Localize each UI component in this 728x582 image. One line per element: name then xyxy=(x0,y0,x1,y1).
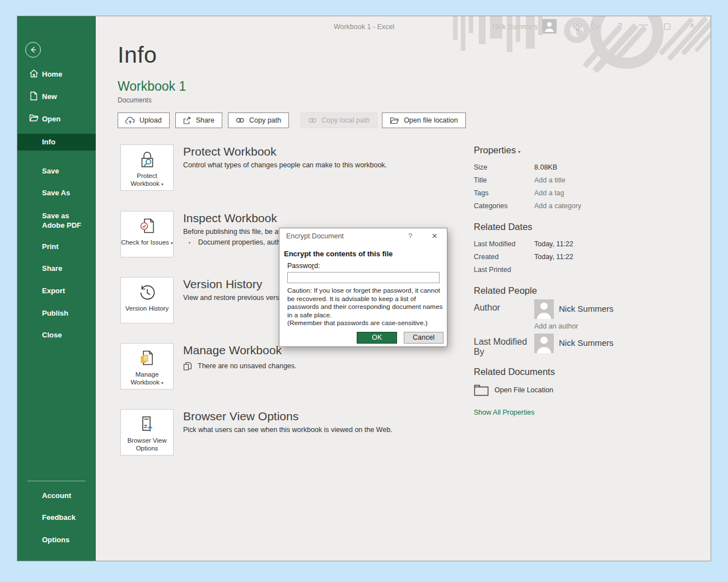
sidebar-item-feedback[interactable]: Feedback xyxy=(17,513,96,522)
password-label: Password: xyxy=(287,262,320,270)
document-title: Workbook 1 xyxy=(118,79,186,94)
chevron-down-icon: ▾ xyxy=(171,241,173,246)
open-file-location-link[interactable]: Open File Location xyxy=(474,384,659,396)
section-description: Pick what users can see when this workbo… xyxy=(183,426,497,434)
restore-icon[interactable] xyxy=(664,24,670,30)
show-all-properties-link[interactable]: Show All Properties xyxy=(474,409,659,416)
document-location: Documents xyxy=(118,96,152,104)
excel-backstage-window: Workbook 1 - Excel Nick Summers ? — × Ho… xyxy=(17,16,711,561)
check-issues-icon xyxy=(139,218,156,236)
sidebar-item-share[interactable]: Share xyxy=(17,264,96,273)
section-heading: Browser View Options xyxy=(183,409,497,423)
author-name[interactable]: Nick Summers xyxy=(559,299,614,319)
ok-button[interactable]: OK xyxy=(357,332,397,344)
backstage-sidebar: Home New Open Info Save Save As Save as … xyxy=(17,16,96,561)
add-author-field[interactable]: Add an author xyxy=(474,322,659,330)
document-copies-icon xyxy=(183,362,192,370)
share-button[interactable]: Share xyxy=(175,112,222,128)
section-browser-view-options: Browser View Options Browser View Option… xyxy=(120,409,174,456)
last-modified-by-avatar[interactable] xyxy=(534,334,554,353)
check-for-issues-button[interactable]: Check for Issues▾ xyxy=(120,211,174,257)
browser-view-options-button[interactable]: Browser View Options xyxy=(120,409,174,456)
date-row: Last Printed xyxy=(474,263,659,276)
last-modified-by-name[interactable]: Nick Summers xyxy=(559,334,614,357)
related-documents-header: Related Documents xyxy=(474,367,659,377)
section-heading: Inspect Workbook xyxy=(183,211,497,225)
open-folder-icon xyxy=(29,114,39,124)
upload-button[interactable]: Upload xyxy=(118,112,170,128)
open-file-location-button[interactable]: Open file location xyxy=(382,112,466,128)
date-row: Last ModifiedToday, 11:22 xyxy=(474,237,659,250)
author-row: Author Nick Summers xyxy=(474,299,659,319)
sidebar-item-save-as[interactable]: Save As xyxy=(17,189,96,197)
window-title: Workbook 1 - Excel xyxy=(17,23,711,31)
related-people-header: Related People xyxy=(474,285,659,296)
property-row: CategoriesAdd a category xyxy=(474,199,659,212)
sidebar-item-account[interactable]: Account xyxy=(17,491,96,500)
gem-badge-icon xyxy=(573,24,582,33)
sidebar-item-export[interactable]: Export xyxy=(17,287,96,295)
minimize-icon[interactable]: — xyxy=(639,20,648,30)
add-category-field[interactable]: Add a category xyxy=(534,202,581,210)
size-value: 8.08KB xyxy=(534,163,557,171)
sidebar-item-publish[interactable]: Publish xyxy=(17,309,96,317)
section-inspect-workbook: Check for Issues▾ Inspect Workbook Befor… xyxy=(120,211,174,257)
copy-local-path-button: Copy local path xyxy=(300,112,377,128)
sidebar-item-info[interactable]: Info xyxy=(17,134,96,151)
copy-path-button[interactable]: Copy path xyxy=(228,112,289,128)
dialog-close-icon[interactable]: × xyxy=(432,231,437,242)
author-avatar[interactable] xyxy=(534,299,554,319)
properties-header[interactable]: Properties▾ xyxy=(474,145,659,156)
section-protect-workbook: Protect Workbook▾ Protect Workbook Contr… xyxy=(120,144,174,191)
cancel-button[interactable]: Cancel xyxy=(404,332,444,344)
properties-panel: Properties▾ Size8.08KB TitleAdd a title … xyxy=(474,145,659,416)
chevron-down-icon: ▾ xyxy=(161,182,164,187)
sidebar-item-open[interactable]: Open xyxy=(17,112,96,125)
document-toolbar: Upload Share Copy path Copy local path O… xyxy=(118,112,472,128)
sidebar-item-home[interactable]: Home xyxy=(17,68,96,80)
user-avatar-icon[interactable] xyxy=(542,19,557,34)
version-history-button[interactable]: Version History xyxy=(120,277,174,323)
link-icon xyxy=(236,118,245,123)
manage-workbook-button[interactable]: Manage Workbook▾ xyxy=(120,343,174,389)
unsaved-changes-row: There are no unsaved changes. xyxy=(183,362,497,370)
sidebar-item-new[interactable]: New xyxy=(17,90,96,102)
dialog-caution-text: Caution: If you lose or forget the passw… xyxy=(287,287,443,327)
link-icon xyxy=(308,118,317,123)
property-row: TagsAdd a tag xyxy=(474,186,659,199)
add-tag-field[interactable]: Add a tag xyxy=(534,189,564,197)
created-value: Today, 11:22 xyxy=(534,253,573,261)
protect-lock-icon xyxy=(139,151,156,169)
date-row: CreatedToday, 11:22 xyxy=(474,250,659,263)
related-dates-header: Related Dates xyxy=(474,222,659,232)
password-input[interactable] xyxy=(287,272,440,283)
back-button[interactable] xyxy=(25,42,41,58)
property-row: Size8.08KB xyxy=(474,161,659,173)
feedback-person-icon[interactable] xyxy=(590,22,600,33)
section-heading: Protect Workbook xyxy=(183,144,497,158)
browser-view-icon xyxy=(139,416,156,434)
help-icon[interactable]: ? xyxy=(618,21,622,30)
protect-workbook-button[interactable]: Protect Workbook▾ xyxy=(120,144,174,191)
chevron-down-icon: ▾ xyxy=(161,381,164,386)
last-modified-by-row: Last Modified By Nick Summers xyxy=(474,334,659,357)
sidebar-item-print[interactable]: Print xyxy=(17,242,96,251)
dialog-title: Encrypt Document xyxy=(286,232,344,240)
section-manage-workbook: Manage Workbook▾ Manage Workbook There a… xyxy=(120,343,174,389)
sidebar-divider xyxy=(27,481,86,481)
dialog-help-icon[interactable]: ? xyxy=(408,232,412,240)
sidebar-item-save-as-adobe-pdf[interactable]: Save as Adobe PDF xyxy=(17,211,96,230)
signed-in-user[interactable]: Nick Summers xyxy=(492,23,538,31)
open-folder-icon xyxy=(390,116,399,124)
folder-icon xyxy=(474,384,489,396)
sidebar-item-close[interactable]: Close xyxy=(17,331,96,339)
sidebar-item-save[interactable]: Save xyxy=(17,167,96,175)
version-history-icon xyxy=(138,284,156,302)
add-title-field[interactable]: Add a title xyxy=(534,176,566,184)
chevron-down-icon: ▾ xyxy=(518,149,520,154)
close-icon[interactable]: × xyxy=(689,20,695,31)
home-icon xyxy=(29,69,39,80)
property-row: TitleAdd a title xyxy=(474,173,659,186)
sidebar-item-options[interactable]: Options xyxy=(17,536,96,544)
page-title: Info xyxy=(118,42,157,68)
